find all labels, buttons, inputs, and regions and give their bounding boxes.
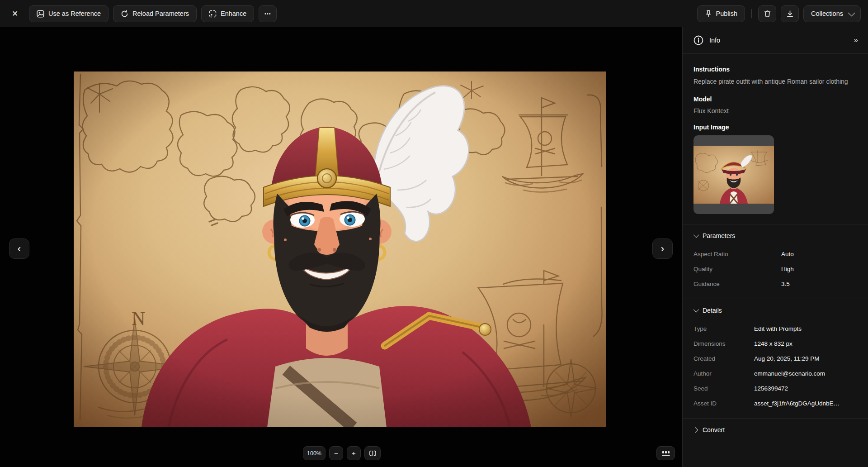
chevron-down-icon [693,232,699,238]
zoom-out-button[interactable]: − [329,446,343,460]
detail-value: 1256399472 [754,385,857,392]
use-as-reference-button[interactable]: Use as Reference [29,5,108,22]
generated-image[interactable]: N [74,71,606,427]
enhance-label: Enhance [221,10,246,17]
param-value: High [781,266,857,272]
param-label: Guidance [693,281,781,287]
parameters-title: Parameters [703,232,735,239]
detail-label: Type [693,325,754,332]
collections-dropdown[interactable]: Collections [803,5,861,22]
detail-label: Created [693,355,754,362]
info-icon [693,35,703,45]
detail-row: Asset ID asset_f3j1frA6tgDGAgUdnbE… [683,396,868,411]
detail-row: Created Aug 20, 2025, 11:29 PM [683,351,868,366]
detail-label: Author [693,370,754,377]
parameter-row: Quality High [683,262,868,276]
previous-image-button[interactable]: ‹ [9,238,29,259]
zoom-in-button[interactable]: + [347,446,361,460]
publish-button[interactable]: Publish [697,5,745,22]
close-button[interactable]: ✕ [5,5,24,23]
parameter-row: Guidance 3.5 [683,276,868,291]
parameters-section-header[interactable]: Parameters [683,224,868,244]
detail-value: asset_f3j1frA6tgDGAgUdnbE… [754,400,857,407]
parameters-rows: Aspect Ratio Auto Quality High Guidance … [683,244,868,299]
enhance-icon [209,10,217,18]
convert-title: Convert [703,426,725,434]
trash-icon [764,10,771,18]
image-viewer-canvas: N [0,27,682,467]
detail-value: 1248 x 832 px [754,340,857,347]
more-icon: ••• [264,11,271,16]
input-image-thumbnail[interactable] [693,135,774,214]
param-label: Aspect Ratio [693,251,781,257]
detail-label: Seed [693,385,754,392]
parameter-row: Aspect Ratio Auto [683,247,868,262]
collections-label: Collections [811,10,843,17]
fit-width-icon [369,450,376,456]
zoom-controls: 100% − + [303,446,381,460]
pin-icon [705,10,712,17]
chevron-left-icon: ‹ [18,243,21,255]
detail-label: Dimensions [693,340,754,347]
zoom-level-button[interactable]: 100% [303,446,326,460]
detail-value: Edit with Prompts [754,325,857,332]
detail-row: Seed 1256399472 [683,381,868,396]
download-button[interactable] [781,5,799,22]
reload-icon [121,10,128,18]
info-sidebar: Info » Instructions Replace pirate outfi… [682,27,868,467]
model-value: Flux Kontext [693,107,857,114]
param-label: Quality [693,266,781,272]
fit-to-screen-button[interactable] [364,446,381,460]
enhance-button[interactable]: Enhance [201,5,254,22]
filmstrip-toggle-button[interactable] [656,446,675,460]
collapse-sidebar-button[interactable]: » [854,36,857,45]
instructions-label: Instructions [693,66,857,73]
chevron-down-icon [848,9,855,16]
more-options-button[interactable]: ••• [259,5,277,22]
reload-parameters-button[interactable]: Reload Parameters [113,5,197,22]
info-header: Info » [683,27,868,54]
instructions-text: Replace pirate outfit with antique Roman… [693,77,857,86]
detail-row: Author emmanuel@scenario.com [683,366,868,381]
publish-label: Publish [716,10,738,17]
param-value: Auto [781,251,857,257]
detail-row: Type Edit with Prompts [683,321,868,336]
toolbar-divider [751,9,752,18]
reload-parameters-label: Reload Parameters [132,10,189,17]
image-icon [37,10,44,18]
filmstrip-toggle [656,446,675,460]
info-section: Instructions Replace pirate outfit with … [683,54,868,224]
details-title: Details [703,307,722,314]
close-icon: ✕ [12,9,18,19]
param-value: 3.5 [781,281,857,287]
detail-label: Asset ID [693,400,754,407]
download-icon [786,10,794,18]
convert-section-header[interactable]: Convert [683,419,868,438]
sidebar-body: Instructions Replace pirate outfit with … [683,54,868,467]
detail-row: Dimensions 1248 x 832 px [683,336,868,351]
model-label: Model [693,95,857,103]
sidebar-title: Info [709,37,848,44]
chevron-right-icon [692,427,698,433]
top-toolbar: ✕ Use as Reference Reload Parameters Enh… [0,0,868,27]
chevron-right-icon: › [661,243,664,255]
detail-value: Aug 20, 2025, 11:29 PM [754,355,857,362]
next-image-button[interactable]: › [652,238,673,259]
details-rows: Type Edit with Prompts Dimensions 1248 x… [683,319,868,418]
input-image-label: Input Image [693,124,857,131]
delete-button[interactable] [758,5,776,22]
details-section-header[interactable]: Details [683,299,868,319]
detail-value: emmanuel@scenario.com [754,370,857,377]
filmstrip-icon [662,450,670,457]
chevron-down-icon [693,307,699,313]
use-as-reference-label: Use as Reference [48,10,101,17]
